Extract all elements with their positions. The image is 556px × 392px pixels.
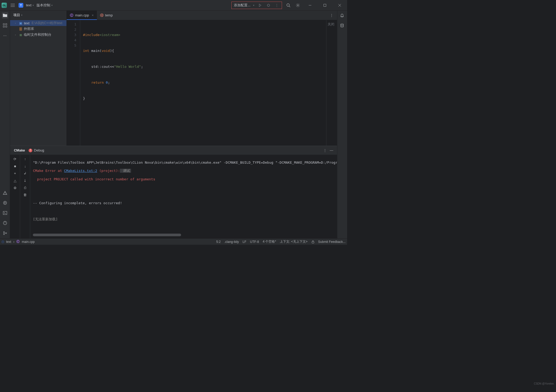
close-tab-icon[interactable]: × xyxy=(92,13,94,17)
svg-point-14 xyxy=(341,24,343,25)
bottom-tab-debug[interactable]: ! Debug xyxy=(29,148,44,152)
build-tool-button[interactable] xyxy=(2,200,8,206)
project-pane-title: 项目 xyxy=(13,13,20,17)
bottom-tab-debug-label: Debug xyxy=(34,148,44,152)
svg-rect-15 xyxy=(312,242,314,243)
status-caret-pos[interactable]: 5:2 xyxy=(216,240,221,244)
status-indent[interactable]: 4 个空格* xyxy=(263,239,276,244)
out-error: (project): xyxy=(97,169,120,173)
cmake-icon[interactable]: △ xyxy=(14,179,16,183)
header-file-icon: Ⓗ xyxy=(100,13,104,18)
svg-rect-6 xyxy=(3,26,5,27)
expand-icon[interactable]: › xyxy=(15,22,17,25)
status-feedback[interactable]: Submit Feedback... xyxy=(318,240,346,244)
status-clang-tidy[interactable]: .clang-tidy xyxy=(225,240,239,244)
gutter: 1 2 3 4 5 xyxy=(67,20,80,146)
status-module[interactable]: text xyxy=(6,240,11,244)
tab-temp-label: temp xyxy=(105,13,113,17)
code-area[interactable]: #include<iostream> int main(void){ std::… xyxy=(80,20,337,146)
project-tool-button[interactable] xyxy=(2,12,8,19)
chevron-down-icon: ▾ xyxy=(33,4,34,7)
editor-tabs: Ⓒ main.cpp × Ⓗ temp ⋮ xyxy=(67,11,337,20)
module-icon: ▢ xyxy=(2,240,4,243)
bottom-tab-cmake[interactable]: CMake xyxy=(14,148,25,152)
code-token: "Hello World" xyxy=(114,65,141,69)
out-link[interactable]: CMakeLists.txt:2 xyxy=(64,169,97,173)
run-config-selector[interactable]: 添加配置... ▾ ⋮ xyxy=(231,2,282,9)
problems-tool-button[interactable] xyxy=(2,220,8,226)
debug-button[interactable] xyxy=(266,3,271,8)
editor-body[interactable]: 1 2 3 4 5 #include<iostream> int main(vo… xyxy=(67,20,337,146)
clear-icon[interactable]: 🗑 xyxy=(23,193,27,197)
print-icon[interactable]: ⎙ xyxy=(24,186,26,190)
more-tools-button[interactable]: ⋯ xyxy=(2,32,8,39)
expand-icon[interactable]: › xyxy=(15,33,17,36)
window-close[interactable] xyxy=(334,0,346,11)
reload-icon[interactable]: ⟳ xyxy=(14,157,16,161)
vcs-menu[interactable]: 版本控制 ▾ xyxy=(37,3,53,8)
window-minimize[interactable] xyxy=(304,0,316,11)
line-number: 3 xyxy=(67,32,76,38)
tab-more-icon[interactable]: ⋮ xyxy=(329,12,334,18)
tree-external-libs[interactable]: 🀫 外部库 xyxy=(10,26,66,32)
main-menu-button[interactable] xyxy=(10,3,16,8)
run-button[interactable] xyxy=(257,3,263,8)
attach-icon[interactable]: ⌖ xyxy=(14,171,16,176)
softwrap-icon[interactable]: ↲ xyxy=(24,171,26,175)
project-menu[interactable]: text ▾ xyxy=(26,3,34,7)
window-maximize[interactable] xyxy=(319,0,331,11)
editor-right-border xyxy=(326,20,326,146)
status-eol[interactable]: LF xyxy=(243,240,246,244)
bottom-hide-icon[interactable]: — xyxy=(330,148,333,152)
library-icon: 🀫 xyxy=(19,27,23,31)
tab-main-label: main.cpp xyxy=(75,13,89,17)
out-hint: 调试 xyxy=(120,169,131,173)
svg-point-11 xyxy=(3,231,5,233)
editor-close-label[interactable]: 关闭 xyxy=(328,22,334,27)
code-token: ; xyxy=(108,81,110,84)
out-line: -- Configuring incomplete, errors occurr… xyxy=(33,201,334,205)
search-icon[interactable] xyxy=(285,2,292,8)
lock-icon[interactable] xyxy=(311,240,315,243)
status-context[interactable]: 上下文: <无上下文> xyxy=(280,239,308,244)
bottom-output[interactable]: "D:\Program Files\Toolbox APP\JetBrains\… xyxy=(30,155,337,238)
error-badge-icon: ! xyxy=(29,149,32,152)
bottom-tab-cmake-label: CMake xyxy=(14,148,25,152)
database-icon[interactable] xyxy=(339,22,345,29)
out-error: CMake Error at xyxy=(33,169,64,173)
horizontal-scrollbar[interactable] xyxy=(33,234,181,236)
svg-rect-4 xyxy=(3,24,5,25)
tab-main[interactable]: Ⓒ main.cpp × xyxy=(67,11,97,20)
git-tool-button[interactable] xyxy=(2,230,8,236)
chevron-down-icon: ▾ xyxy=(51,4,53,7)
down-icon[interactable]: ↓ xyxy=(24,164,26,168)
bottom-toolbar-col1: ⟳ ■ ⌖ △ ⚙ xyxy=(10,155,20,238)
line-number: 2 xyxy=(67,27,76,32)
settings-icon[interactable] xyxy=(295,2,301,8)
up-icon[interactable]: ↑ xyxy=(24,157,26,161)
line-number: 1 xyxy=(67,22,76,27)
app-icon: CL xyxy=(2,3,7,8)
bottom-more-icon[interactable]: ⋮ xyxy=(323,148,327,152)
tab-temp[interactable]: Ⓗ temp xyxy=(97,11,116,20)
structure-tool-button[interactable] xyxy=(2,22,8,29)
chevron-down-icon: ▾ xyxy=(21,14,23,16)
tree-root-path: E:\A我的C++程序\text xyxy=(32,21,62,25)
cmake-settings-icon[interactable]: ⚙ xyxy=(14,186,17,190)
status-file[interactable]: main.cpp xyxy=(22,240,35,244)
code-token: std::cout<< xyxy=(83,65,114,69)
scroll-to-end-icon[interactable]: ⤓ xyxy=(24,179,26,182)
tree-root[interactable]: › ▣ text E:\A我的C++程序\text xyxy=(10,20,66,26)
terminal-tool-button[interactable] xyxy=(2,210,8,216)
stop-icon[interactable]: ■ xyxy=(14,164,16,168)
warnings-tool-button[interactable] xyxy=(2,190,8,196)
statusbar: ▢ text › Ⓒ main.cpp 5:2 .clang-tidy LF U… xyxy=(0,238,347,245)
notifications-icon[interactable] xyxy=(339,12,345,19)
code-token: main( xyxy=(89,49,102,53)
status-encoding[interactable]: UTF-8 xyxy=(250,240,259,244)
svg-rect-5 xyxy=(6,24,7,25)
tree-scratches[interactable]: › ≣ 临时文件和控制台 xyxy=(10,32,66,38)
project-badge: T xyxy=(19,3,23,8)
more-run-actions[interactable]: ⋮ xyxy=(274,3,280,8)
project-pane-header[interactable]: 项目 ▾ xyxy=(10,11,66,20)
